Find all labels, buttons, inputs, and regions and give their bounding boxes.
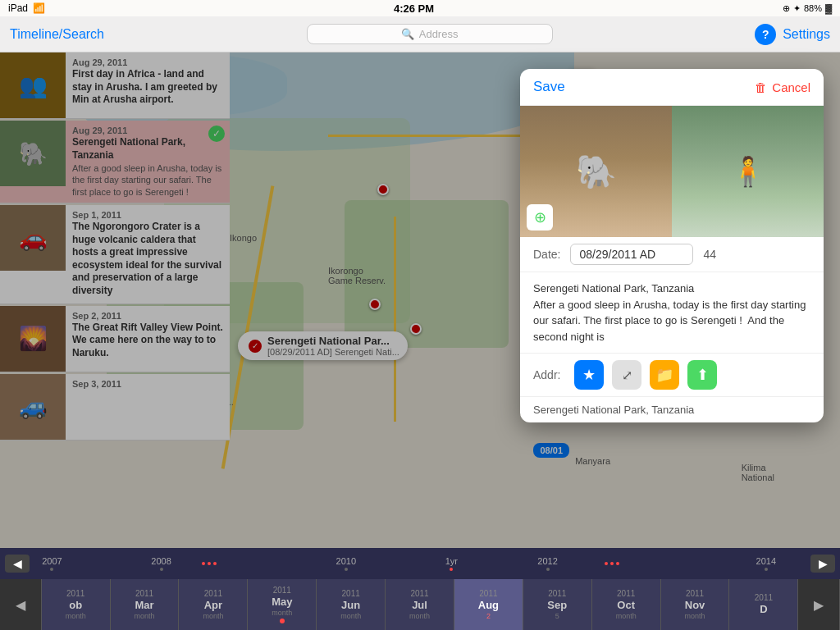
share-action-button[interactable]: ⬆: [687, 360, 717, 390]
nav-right: ? Settings: [755, 24, 830, 45]
delete-button[interactable]: 🗑 Cancel: [755, 80, 810, 94]
modal-images: 🐘 ⊕ 🧍: [520, 106, 824, 237]
month-year: 2011: [686, 589, 704, 598]
timeline-months: ◀ 2011 ob month 2011 Mar month 2011 Apr …: [0, 579, 840, 630]
address-placeholder: Address: [419, 28, 459, 40]
year-marker-2010: 2010: [336, 556, 356, 571]
month-cell-jul[interactable]: 2011 Jul month: [386, 579, 454, 630]
month-name: D: [760, 603, 767, 615]
timeline-search-button[interactable]: Timeline/Search: [10, 27, 104, 42]
add-icon: ⊕: [534, 208, 546, 226]
month-name: Sep: [547, 599, 567, 611]
month-cell-oct[interactable]: 2011 Oct month: [592, 579, 661, 630]
date-input[interactable]: 08/29/2011 AD: [570, 244, 693, 265]
month-name: Nov: [685, 599, 705, 611]
month-year: 2011: [479, 589, 497, 598]
year-label: 1yr: [445, 556, 458, 566]
cancel-label: Cancel: [772, 80, 810, 94]
month-cell-may[interactable]: 2011 May month: [248, 579, 317, 630]
month-name: Mar: [135, 599, 153, 611]
month-cell-apr[interactable]: 2011 Apr month: [179, 579, 248, 630]
modal-addr-text: Serengeti National Park, Tanzania: [520, 397, 824, 422]
nav-bar: Timeline/Search 🔍 Address ? Settings: [0, 16, 840, 52]
star-action-button[interactable]: ★: [574, 360, 604, 390]
entry-count: 44: [703, 248, 716, 261]
month-sub: month: [616, 612, 637, 620]
month-sub: 5: [555, 612, 559, 620]
year-label: 2012: [537, 556, 557, 566]
month-sub: month: [203, 612, 223, 620]
month-sub: 2: [486, 612, 491, 620]
month-sub: month: [340, 612, 361, 620]
timeline-dots-1: [202, 562, 217, 565]
year-label: 2007: [42, 556, 62, 566]
year-dot: [50, 568, 53, 571]
month-cell-dec[interactable]: 2011 D: [729, 579, 798, 630]
year-dot: [160, 568, 163, 571]
month-year: 2011: [135, 589, 153, 598]
expand-action-button[interactable]: ⤢: [612, 360, 641, 390]
year-dot: [345, 568, 348, 571]
address-search-bar[interactable]: 🔍 Address: [307, 24, 553, 44]
timeline-nav-left[interactable]: ◀: [5, 555, 30, 573]
month-cell-nav-left[interactable]: ◀: [0, 579, 42, 630]
battery-icon: ▓: [825, 3, 832, 13]
year-label: 2014: [756, 556, 776, 566]
modal-addr-row: Addr: ★ ⤢ 📁 ⬆: [520, 354, 824, 397]
year-marker-2008: 2008: [151, 556, 171, 571]
save-button[interactable]: Save: [533, 79, 565, 95]
month-sub: month: [409, 612, 430, 620]
year-marker-1yr: 1yr: [445, 556, 458, 571]
folder-action-button[interactable]: 📁: [650, 360, 679, 390]
month-sub: month: [685, 612, 705, 620]
year-dot: [546, 568, 550, 571]
year-marker-2014: 2014: [756, 556, 776, 571]
settings-button[interactable]: Settings: [783, 27, 830, 42]
person-image: 🧍: [672, 106, 824, 237]
search-icon: 🔍: [401, 28, 414, 40]
month-cell-ob[interactable]: 2011 ob month: [42, 579, 111, 630]
month-sub: month: [272, 609, 292, 617]
month-cell-sep[interactable]: 2011 Sep 5: [523, 579, 592, 630]
location-icon: ⊕: [783, 3, 790, 14]
month-next-icon: ▶: [814, 597, 824, 613]
month-year: 2011: [273, 586, 291, 595]
status-left: iPad 📶: [8, 2, 45, 14]
month-prev-icon: ◀: [16, 597, 25, 613]
month-sub: month: [66, 612, 86, 620]
month-name: ob: [69, 599, 82, 611]
delete-icon: 🗑: [755, 80, 767, 94]
modal-body-text[interactable]: Serengeti National Park, Tanzania After …: [520, 272, 824, 354]
year-dot: [765, 568, 768, 571]
bluetooth-icon: ✦: [793, 3, 801, 14]
timeline-nav-right[interactable]: ▶: [810, 555, 835, 573]
timeline-area: ◀ 2007 2008 2010 1yr 2012: [0, 548, 840, 630]
year-label: 2008: [151, 556, 171, 566]
battery-level: 88%: [804, 3, 822, 13]
status-time: 4:26 PM: [394, 2, 434, 15]
date-label: Date:: [533, 248, 560, 261]
year-dot-red: [450, 568, 453, 571]
month-cell-aug[interactable]: 2011 Aug 2: [454, 579, 523, 630]
modal-image-1[interactable]: 🐘 ⊕: [520, 106, 672, 237]
month-sub: month: [135, 612, 155, 620]
help-button[interactable]: ?: [755, 24, 776, 45]
month-name: Oct: [617, 599, 635, 611]
month-year: 2011: [204, 589, 222, 598]
month-year: 2011: [617, 589, 635, 598]
modal-date-row: Date: 08/29/2011 AD 44: [520, 237, 824, 272]
year-label: 2010: [336, 556, 356, 566]
month-year: 2011: [755, 593, 773, 602]
month-cell-nov[interactable]: 2011 Nov month: [661, 579, 730, 630]
wifi-icon: 📶: [33, 2, 45, 14]
status-bar: iPad 📶 4:26 PM ⊕ ✦ 88% ▓: [0, 0, 840, 16]
month-cell-mar[interactable]: 2011 Mar month: [111, 579, 180, 630]
device-label: iPad: [8, 2, 28, 14]
month-name: Jul: [412, 599, 427, 611]
month-cell-jun[interactable]: 2011 Jun month: [317, 579, 386, 630]
modal-image-2[interactable]: 🧍: [672, 106, 824, 237]
modal-overlay: Save 🗑 Cancel 🐘 ⊕ 🧍 Date: 08/29/2011 AD …: [0, 52, 840, 548]
add-image-button[interactable]: ⊕: [527, 204, 553, 231]
month-cell-nav-right[interactable]: ▶: [798, 579, 840, 630]
timeline-year-bar[interactable]: ◀ 2007 2008 2010 1yr 2012: [0, 548, 840, 579]
